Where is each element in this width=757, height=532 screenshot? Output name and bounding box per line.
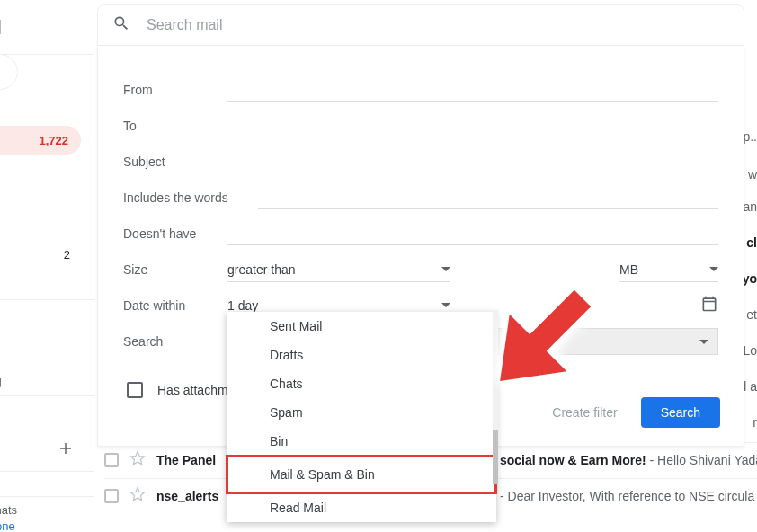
checkbox[interactable] (104, 489, 119, 503)
size-operator-select[interactable]: greater than (227, 257, 450, 282)
subject-label: Subject (123, 155, 227, 169)
chevron-down-icon (441, 303, 450, 307)
mail-sender: nse_alerts (156, 489, 237, 503)
dropdown-item-read-mail[interactable]: Read Mail (227, 493, 496, 522)
size-label: Size (123, 262, 227, 277)
app-logo-fragment: ail (0, 16, 2, 40)
date-within-label: Date within (123, 298, 227, 313)
sidebar-newone-fragment[interactable]: w one (0, 519, 15, 532)
to-label: To (123, 119, 227, 133)
inbox-unread-count: 1,722 (39, 134, 68, 147)
dropdown-item-sent[interactable]: Sent Mail (227, 312, 496, 341)
sidebar-item-inbox[interactable]: 1,722 (0, 126, 81, 155)
search-placeholder: Search mail (147, 17, 222, 33)
sidebar-item-count: 2 (64, 248, 70, 262)
edge-text: w (748, 167, 757, 182)
has-attachment-label: Has attachme (157, 383, 235, 397)
divider (0, 471, 94, 472)
doesnt-label: Doesn't have (123, 226, 227, 241)
from-label: From (123, 83, 227, 97)
mail-snippet: - Hello Shivani Yada (649, 453, 757, 467)
dropdown-item-bin[interactable]: Bin (227, 427, 496, 456)
chevron-down-icon (709, 267, 718, 271)
chevron-down-icon (699, 340, 708, 344)
search-bar[interactable]: Search mail (97, 4, 744, 46)
has-attachment-checkbox[interactable] (127, 382, 143, 398)
search-in-label: Search (123, 334, 227, 349)
edge-text: r (753, 415, 757, 430)
edge-text: cl (746, 235, 757, 250)
doesnt-input[interactable] (227, 222, 718, 245)
divider (0, 395, 94, 396)
size-unit-select[interactable]: MB (619, 257, 718, 282)
dropdown-item-drafts[interactable]: Drafts (227, 341, 496, 369)
dropdown-item-chats[interactable]: Chats (227, 369, 496, 398)
edge-text: Lo (743, 343, 757, 358)
checkbox[interactable] (104, 453, 119, 467)
mail-sender: The Panel (156, 453, 237, 467)
to-input[interactable] (227, 114, 718, 137)
plus-icon[interactable] (58, 440, 74, 460)
star-icon[interactable] (129, 486, 146, 505)
mail-snippet: - Dear Investor, With reference to NSE c… (500, 489, 754, 503)
search-in-dropdown: Sent Mail Drafts Chats Spam Bin Mail & S… (227, 312, 496, 522)
calendar-icon[interactable] (700, 295, 718, 316)
sidebar: ail 1,722 2 g chats w one (0, 0, 94, 532)
edge-text: et (746, 307, 757, 322)
includes-label: Includes the words (123, 191, 258, 205)
divider (0, 496, 94, 497)
from-input[interactable] (227, 78, 718, 102)
compose-button-fragment[interactable] (0, 54, 18, 90)
edge-text: an (743, 200, 757, 214)
divider (0, 54, 94, 55)
dropdown-item-mail-spam-bin[interactable]: Mail & Spam & Bin (227, 456, 496, 493)
search-button[interactable]: Search (641, 397, 720, 428)
subject-input[interactable] (227, 150, 718, 173)
sidebar-label-fragment: g (0, 374, 2, 388)
dropdown-item-spam[interactable]: Spam (227, 398, 496, 427)
edge-text: p.. (743, 129, 757, 144)
search-icon (112, 14, 130, 36)
divider (0, 299, 94, 300)
annotation-arrow-icon (459, 270, 611, 426)
chevron-down-icon (441, 267, 450, 271)
sidebar-chats-fragment: chats (0, 503, 17, 517)
includes-input[interactable] (258, 186, 718, 209)
mail-subject: social now & Earn More! (500, 453, 646, 467)
star-icon[interactable] (129, 450, 146, 469)
